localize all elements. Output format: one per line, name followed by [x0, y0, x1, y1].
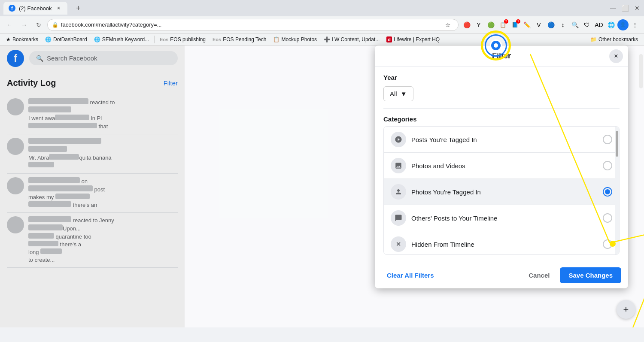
category-item-photos-videos[interactable]: Photos and Videos — [384, 153, 619, 179]
lifewire-icon: d — [386, 36, 392, 42]
ext-icon-7[interactable]: V — [533, 19, 544, 30]
eos-icon-2: Eos — [213, 37, 221, 42]
tab-favicon: f — [9, 5, 15, 12]
bookmark-label: Bookmarks — [12, 36, 38, 42]
ext-icon-3[interactable]: 🟢 — [485, 19, 496, 30]
activity-text-2: Mr. Abra quita banana — [28, 138, 112, 170]
bookmark-eos-tech[interactable]: Eos EOS Pending Tech — [210, 36, 269, 43]
modal-footer: Clear All Filters Cancel Save Changes — [375, 262, 628, 288]
new-tab-btn[interactable]: + — [73, 2, 85, 14]
lock-icon: 🔒 — [52, 22, 58, 28]
bookmark-label-8: Other bookmarks — [598, 36, 638, 42]
clear-filters-btn[interactable]: Clear All Filters — [382, 268, 439, 282]
bookmark-semrush[interactable]: 🌐 SEMrush Keyword... — [91, 36, 152, 43]
ext-icon-13[interactable]: 🌐 — [605, 19, 617, 30]
bookmark-lw[interactable]: ➕ LW Content, Updat... — [321, 36, 382, 43]
bookmark-label-3: EOS publishing — [170, 36, 206, 42]
radio-photos-videos[interactable] — [603, 161, 612, 170]
bookmark-eos-pub[interactable]: Eos EOS publishing — [157, 36, 208, 43]
category-item-hidden[interactable]: ✕ Hidden From Timeline — [384, 231, 619, 255]
activity-item-2: Mr. Abra quita banana — [7, 134, 178, 174]
ext-icon-1[interactable]: 🔴 — [461, 19, 472, 30]
address-bar[interactable]: 🔒 facebook.com/me/allactivity?category=.… — [47, 19, 459, 31]
main-area: Filter × Year All ▼ Categories — [185, 45, 644, 327]
menu-btn[interactable]: ⋮ — [629, 19, 641, 30]
bookmark-other[interactable]: 📁 Other bookmarks — [588, 36, 641, 43]
close-btn[interactable]: ✕ — [634, 5, 641, 12]
filter-link[interactable]: Filter — [164, 79, 178, 87]
forward-btn[interactable]: → — [18, 19, 30, 31]
omnibox-bar: ← → ↻ 🔒 facebook.com/me/allactivity?cate… — [0, 16, 644, 33]
bookmark-bookmarks[interactable]: ★ Bookmarks — [3, 36, 41, 43]
minimize-btn[interactable]: — — [610, 5, 617, 12]
radio-tagged-posts[interactable] — [603, 135, 612, 144]
search-icon: 🔍 — [36, 55, 43, 62]
extension-icons: 🔴 Y 🟢 📋 2 📘 1 ✏️ V 🔵 ↕ 🔍 🛡 AD 🌐 👤 ⋮ — [461, 19, 641, 30]
category-item-tagged-photos[interactable]: Photos You're Tagged In — [384, 179, 619, 205]
chevron-down-icon: ▼ — [401, 90, 407, 97]
maximize-btn[interactable]: ⬜ — [622, 5, 629, 12]
eos-icon: Eos — [160, 37, 168, 42]
ext-icon-6[interactable]: ✏️ — [521, 19, 532, 30]
avatar — [7, 98, 24, 115]
annotation-radio-dot — [494, 43, 498, 48]
fb-logo[interactable]: f — [7, 50, 24, 67]
modal-body: Year All ▼ Categories — [375, 67, 628, 262]
sidebar-content: Activity Log Filter reacted to I went aw… — [0, 71, 185, 275]
bookmark-label-4: EOS Pending Tech — [223, 36, 266, 42]
activity-text-3: on post makes my there's an — [28, 177, 105, 209]
photos-videos-icon — [391, 158, 406, 173]
ext-icon-2[interactable]: Y — [473, 19, 484, 30]
category-item-tagged-posts[interactable]: Posts You're Tagged In — [384, 127, 619, 153]
bookmark-globe-icon-2: 🌐 — [94, 36, 100, 42]
cat-label-others-posts: Others' Posts to Your Timeline — [411, 215, 598, 222]
year-select-btn[interactable]: All ▼ — [383, 86, 413, 101]
search-box[interactable]: 🔍 Search Facebook — [29, 51, 178, 65]
bookmark-star-btn[interactable]: ☆ — [442, 19, 454, 31]
plus-circle-btn[interactable]: + — [617, 300, 635, 319]
bookmark-dotdash[interactable]: 🌐 DotDashBoard — [43, 36, 90, 43]
filter-modal: Filter × Year All ▼ Categories — [375, 45, 628, 288]
save-changes-btn[interactable]: Save Changes — [560, 267, 621, 283]
modal-close-btn[interactable]: × — [609, 49, 623, 63]
hidden-icon: ✕ — [391, 236, 406, 252]
ext-icon-10[interactable]: 🔍 — [569, 19, 580, 30]
bookmark-lifewire[interactable]: d Lifewire | Expert HQ — [384, 36, 442, 43]
ext-icon-11[interactable]: 🛡 — [581, 19, 592, 30]
others-posts-icon — [391, 210, 406, 226]
year-label: Year — [383, 74, 620, 81]
radio-others-posts[interactable] — [603, 213, 612, 223]
tab-close-btn[interactable]: × — [55, 5, 62, 12]
radio-tagged-photos[interactable] — [603, 187, 612, 197]
activity-text-4: reacted to Jenny Upon... quarantine too … — [28, 216, 114, 264]
ext-icon-5[interactable]: 📘 1 — [509, 19, 520, 30]
profile-icon[interactable]: 👤 — [617, 19, 629, 30]
ext-icon-8[interactable]: 🔵 — [545, 19, 556, 30]
category-item-others-posts[interactable]: Others' Posts to Your Timeline — [384, 205, 619, 231]
cat-label-hidden: Hidden From Timeline — [411, 241, 598, 248]
cat-label-photos-videos: Photos and Videos — [411, 162, 598, 169]
bookmarks-bar: ★ Bookmarks 🌐 DotDashBoard 🌐 SEMrush Key… — [0, 33, 644, 45]
bookmark-label: DotDashBoard — [53, 36, 87, 42]
scrollbar-track[interactable] — [615, 127, 619, 254]
tagged-posts-icon — [391, 132, 406, 147]
folder-icon: 📁 — [590, 36, 597, 42]
left-sidebar: f 🔍 Search Facebook Activity Log Filter … — [0, 45, 185, 327]
active-tab[interactable]: f (2) Facebook × — [3, 2, 67, 15]
activity-log-title: Activity Log — [7, 78, 56, 88]
ext-icon-12[interactable]: AD — [593, 19, 605, 30]
bookmark-mockup[interactable]: 📋 Mockup Photos — [270, 36, 319, 43]
refresh-btn[interactable]: ↻ — [33, 19, 45, 31]
activity-item-4: reacted to Jenny Upon... quarantine too … — [7, 213, 178, 268]
ext-icon-4[interactable]: 📋 2 — [497, 19, 508, 30]
ext-icon-9[interactable]: ↕ — [557, 19, 568, 30]
cancel-btn[interactable]: Cancel — [522, 268, 556, 282]
lw-icon: ➕ — [324, 36, 330, 42]
bookmark-star-icon: ★ — [6, 36, 11, 42]
categories-section: Categories Posts You're Tagged In — [383, 115, 620, 255]
annotation-circle-inner — [485, 34, 507, 57]
back-btn[interactable]: ← — [3, 19, 15, 31]
tagged-photos-icon — [391, 184, 406, 200]
bookmark-label-7: Lifewire | Expert HQ — [394, 36, 440, 42]
activity-log-header: Activity Log Filter — [7, 78, 178, 88]
